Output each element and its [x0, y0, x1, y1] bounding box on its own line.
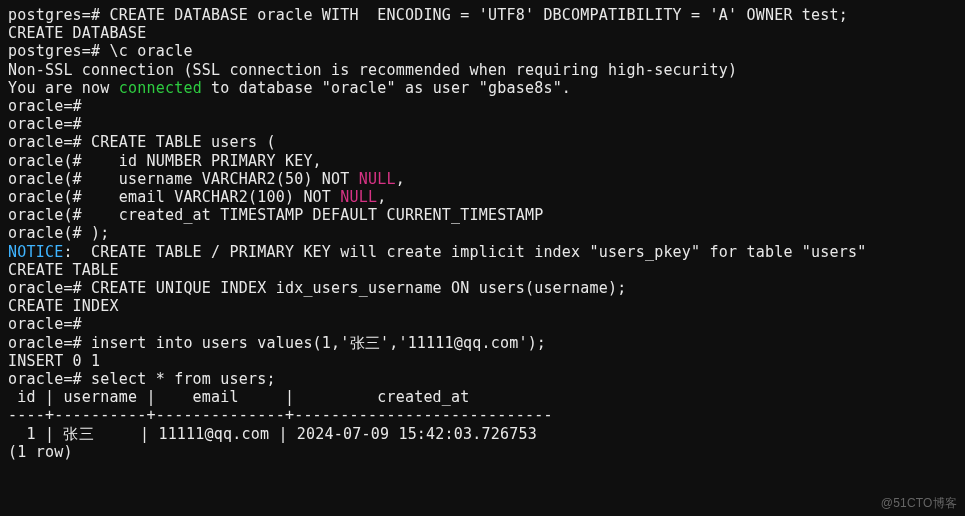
terminal-line: NOTICE: CREATE TABLE / PRIMARY KEY will …	[8, 243, 957, 261]
terminal-text: ----+----------+--------------+---------…	[8, 406, 553, 424]
terminal-line: ----+----------+--------------+---------…	[8, 406, 957, 424]
terminal-line: oracle(# );	[8, 224, 957, 242]
terminal-line: Non-SSL connection (SSL connection is re…	[8, 61, 957, 79]
terminal-text: oracle(# email VARCHAR2(100) NOT	[8, 188, 340, 206]
terminal-line: (1 row)	[8, 443, 957, 461]
terminal-line: oracle=#	[8, 97, 957, 115]
terminal-text: oracle(# id NUMBER PRIMARY KEY,	[8, 152, 322, 170]
terminal-line: oracle=#	[8, 115, 957, 133]
terminal-line: oracle=# insert into users values(1,'张三'…	[8, 334, 957, 352]
terminal-line: oracle=# CREATE TABLE users (	[8, 133, 957, 151]
terminal-line: oracle=# select * from users;	[8, 370, 957, 388]
terminal-line: CREATE INDEX	[8, 297, 957, 315]
terminal-text: INSERT 0 1	[8, 352, 100, 370]
terminal-text: You are now	[8, 79, 119, 97]
terminal-text: 1 | 张三 | 11111@qq.com | 2024-07-09 15:42…	[8, 425, 537, 443]
terminal-text: oracle=#	[8, 97, 82, 115]
terminal-line: oracle(# username VARCHAR2(50) NOT NULL,	[8, 170, 957, 188]
terminal-line: id | username | email | created_at	[8, 388, 957, 406]
terminal-line: oracle=# CREATE UNIQUE INDEX idx_users_u…	[8, 279, 957, 297]
terminal-text: oracle=# CREATE TABLE users (	[8, 133, 276, 151]
terminal-line: oracle(# email VARCHAR2(100) NOT NULL,	[8, 188, 957, 206]
terminal-line: CREATE TABLE	[8, 261, 957, 279]
terminal-text: oracle(# username VARCHAR2(50) NOT	[8, 170, 359, 188]
terminal-text: CREATE TABLE	[8, 261, 119, 279]
terminal-text: oracle=#	[8, 315, 82, 333]
terminal-line: postgres=# CREATE DATABASE oracle WITH E…	[8, 6, 957, 24]
terminal-window[interactable]: postgres=# CREATE DATABASE oracle WITH E…	[0, 0, 965, 516]
watermark: @51CTO博客	[881, 494, 957, 512]
terminal-text: : CREATE TABLE / PRIMARY KEY will create…	[63, 243, 866, 261]
terminal-text: connected	[119, 79, 202, 97]
terminal-line: You are now connected to database "oracl…	[8, 79, 957, 97]
terminal-text: Non-SSL connection (SSL connection is re…	[8, 61, 737, 79]
terminal-text: postgres=# CREATE DATABASE oracle WITH E…	[8, 6, 848, 24]
terminal-text: NULL	[359, 170, 396, 188]
terminal-text: oracle=# CREATE UNIQUE INDEX idx_users_u…	[8, 279, 626, 297]
terminal-line: INSERT 0 1	[8, 352, 957, 370]
terminal-line: oracle(# created_at TIMESTAMP DEFAULT CU…	[8, 206, 957, 224]
terminal-text: oracle=#	[8, 115, 82, 133]
terminal-text: CREATE INDEX	[8, 297, 119, 315]
terminal-line: postgres=# \c oracle	[8, 42, 957, 60]
terminal-text: oracle=# select * from users;	[8, 370, 276, 388]
terminal-text: to database "oracle" as user "gbase8s".	[202, 79, 571, 97]
terminal-text: oracle(# );	[8, 224, 110, 242]
terminal-line: CREATE DATABASE	[8, 24, 957, 42]
terminal-text: (1 row)	[8, 443, 73, 461]
terminal-text: postgres=# \c oracle	[8, 42, 193, 60]
terminal-text: ,	[377, 188, 386, 206]
terminal-text: oracle(# created_at TIMESTAMP DEFAULT CU…	[8, 206, 543, 224]
terminal-line: oracle=#	[8, 315, 957, 333]
terminal-line: 1 | 张三 | 11111@qq.com | 2024-07-09 15:42…	[8, 425, 957, 443]
terminal-text: NOTICE	[8, 243, 63, 261]
terminal-text: NULL	[340, 188, 377, 206]
terminal-text: id | username | email | created_at	[8, 388, 470, 406]
terminal-line: oracle(# id NUMBER PRIMARY KEY,	[8, 152, 957, 170]
terminal-text: CREATE DATABASE	[8, 24, 146, 42]
terminal-text: ,	[396, 170, 405, 188]
terminal-text: oracle=# insert into users values(1,'张三'…	[8, 334, 546, 352]
